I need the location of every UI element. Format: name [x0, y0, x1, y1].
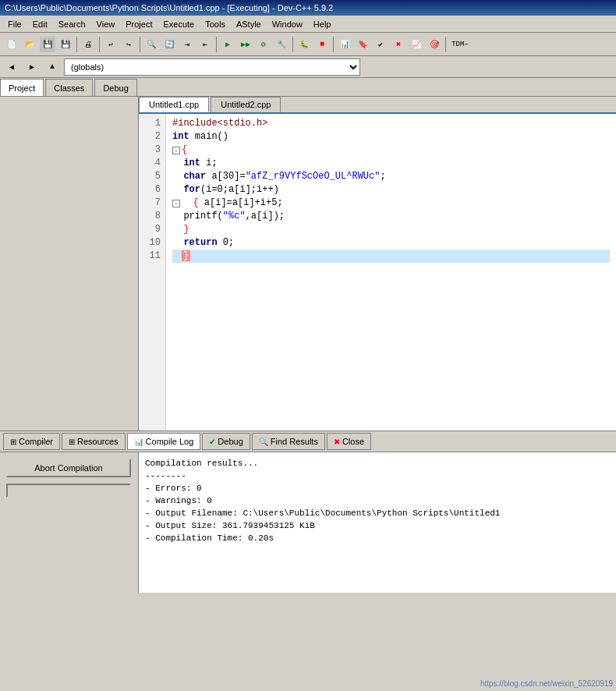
editor-tabs: Untitled1.cpp Untitled2.cpp [139, 97, 616, 114]
debug-label: Debug [218, 437, 243, 446]
menu-tools[interactable]: Tools [200, 19, 230, 30]
undo-btn[interactable]: ↩ [102, 36, 119, 53]
fwd-btn[interactable]: ▶ [23, 58, 41, 76]
close-icon: ✖ [334, 438, 340, 446]
code-text-5: char a[30]="afZ_r9VYfScOeO_UL^RWUc"; [172, 170, 386, 183]
menu-view[interactable]: View [92, 19, 120, 30]
find-results-icon: 🔍 [259, 438, 268, 446]
replace-btn[interactable]: 🔄 [161, 36, 178, 53]
menu-help[interactable]: Help [309, 19, 336, 30]
menu-file[interactable]: File [3, 19, 27, 30]
unindent-btn[interactable]: ⇤ [196, 36, 214, 53]
menu-edit[interactable]: Edit [28, 19, 52, 30]
save-all-btn[interactable]: 💾 [57, 36, 74, 53]
sidebar-content [0, 97, 138, 431]
indent-btn[interactable]: ⇥ [179, 36, 196, 53]
main-layout: Untitled1.cpp Untitled2.cpp 1 2 3 4 5 6 … [0, 97, 616, 431]
fold-7[interactable]: - [172, 200, 180, 207]
tab-project[interactable]: Project [0, 79, 44, 96]
tab-debug-bottom[interactable]: ✔ Debug [202, 433, 250, 450]
clear-btn[interactable]: ✖ [390, 36, 407, 53]
tab-compiler[interactable]: ⊞ Compiler [3, 433, 60, 450]
run-btn[interactable]: ▶▶ [237, 36, 254, 53]
open-btn[interactable]: 📂 [21, 36, 38, 53]
progress-bar [6, 484, 131, 498]
code-text-1: #include<stdio.h> [172, 117, 267, 130]
rebuild-btn[interactable]: 🔧 [273, 36, 290, 53]
menu-astyle[interactable]: AStyle [232, 19, 266, 30]
resources-icon: ⊞ [69, 438, 75, 446]
code-line-9: } [172, 223, 610, 236]
menu-execute[interactable]: Execute [158, 19, 199, 30]
compile-output: Compilation results... -------- - Errors… [139, 452, 616, 593]
bottom-tabs: ⊞ Compiler ⊞ Resources 📊 Compile Log ✔ D… [0, 431, 616, 452]
code-text-9: } [172, 223, 189, 236]
syntax-btn[interactable]: ✔ [372, 36, 389, 53]
compile-btn[interactable]: ▶ [219, 36, 236, 53]
redo-btn[interactable]: ↪ [120, 36, 137, 53]
compile-log-label: Compile Log [146, 437, 194, 446]
tab-close[interactable]: ✖ Close [327, 433, 371, 450]
toolbar1: 📄 📂 💾 💾 🖨 ↩ ↪ 🔍 🔄 ⇥ ⇤ ▶ ▶▶ ⚙ 🔧 🐛 ■ 📊 🔖 ✔… [0, 33, 616, 56]
resources-label: Resources [77, 437, 119, 446]
compiler-label: Compiler [19, 437, 53, 446]
panel-tabs: Project Classes Debug [0, 78, 616, 97]
fold-3[interactable]: - [172, 147, 180, 154]
menu-window[interactable]: Window [267, 19, 307, 30]
bookmarks-btn[interactable]: 🔖 [354, 36, 371, 53]
globals-dropdown[interactable]: (globals) [64, 58, 360, 76]
find-btn[interactable]: 🔍 [143, 36, 160, 53]
profile-btn[interactable]: 📊 [336, 36, 353, 53]
tab-find-results[interactable]: 🔍 Find Results [252, 433, 325, 450]
compile-run-btn[interactable]: ⚙ [255, 36, 272, 53]
sep6 [333, 37, 334, 52]
sep7 [445, 37, 446, 52]
title-bar: C:\Users\Public\Documents\Python Scripts… [0, 0, 616, 16]
sep5 [292, 37, 293, 52]
code-line-11: -} [172, 250, 610, 263]
up-btn[interactable]: ▲ [44, 58, 61, 76]
tdm-btn[interactable]: TDM– [448, 36, 472, 53]
code-line-6: for(i=0;a[i];i++) [172, 183, 610, 197]
abort-compilation-button[interactable]: Abort Compilation [6, 459, 131, 477]
code-text-8: printf("%c",a[i]); [172, 210, 285, 223]
code-line-10: return 0; [172, 236, 610, 250]
menu-search[interactable]: Search [54, 19, 90, 30]
compiler-icon: ⊞ [10, 438, 16, 446]
code-content[interactable]: 1 2 3 4 5 6 7 8 9 10 11 #include<stdio.h… [139, 114, 616, 431]
code-line-3: -{ [172, 144, 610, 157]
sep2 [99, 37, 100, 52]
abort-section: Abort Compilation [0, 452, 139, 593]
code-text-3: { [182, 144, 187, 157]
extra-btn[interactable]: 🎯 [426, 36, 443, 53]
sidebar [0, 97, 139, 431]
toolbar2: ◀ ▶ ▲ (globals) [0, 56, 616, 78]
chart-btn[interactable]: 📈 [408, 36, 425, 53]
tab-debug[interactable]: Debug [94, 79, 136, 96]
save-btn[interactable]: 💾 [39, 36, 56, 53]
back-btn[interactable]: ◀ [3, 58, 20, 76]
code-text-11: } [182, 250, 190, 263]
code-lines[interactable]: #include<stdio.h> int main() -{ int i; c… [166, 114, 616, 431]
sep1 [76, 37, 77, 52]
tab-untitled2[interactable]: Untitled2.cpp [211, 97, 281, 112]
watermark: https://blog.csdn.net/weixin_52620919 [480, 679, 613, 688]
stop-btn[interactable]: ■ [313, 36, 331, 53]
compile-log-icon: 📊 [134, 438, 143, 446]
print-btn[interactable]: 🖨 [80, 36, 97, 53]
title-text: C:\Users\Public\Documents\Python Scripts… [5, 3, 333, 12]
sep4 [216, 37, 217, 52]
code-line-4: int i; [172, 157, 610, 170]
code-text-4: int i; [172, 157, 218, 170]
debug-btn[interactable]: 🐛 [296, 36, 313, 53]
tab-compile-log[interactable]: 📊 Compile Log [127, 433, 201, 450]
tab-resources[interactable]: ⊞ Resources [62, 433, 126, 450]
line-numbers: 1 2 3 4 5 6 7 8 9 10 11 [139, 114, 166, 431]
menu-project[interactable]: Project [121, 19, 157, 30]
new-btn[interactable]: 📄 [3, 36, 20, 53]
code-line-5: char a[30]="afZ_r9VYfScOeO_UL^RWUc"; [172, 170, 610, 183]
compile-panel: Abort Compilation Compilation results...… [0, 452, 616, 593]
tab-untitled1[interactable]: Untitled1.cpp [139, 97, 209, 112]
code-text-10: return 0; [172, 236, 234, 250]
tab-classes[interactable]: Classes [45, 79, 93, 96]
